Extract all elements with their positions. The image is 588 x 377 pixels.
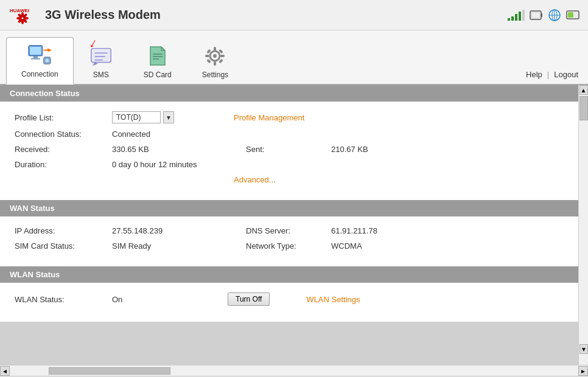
connection-status-value: Connected: [112, 130, 222, 139]
svg-marker-30: [92, 62, 98, 66]
svg-marker-23: [48, 48, 52, 52]
profile-list-label: Profile List:: [15, 113, 112, 122]
sent-value: 210.67 KB: [331, 145, 368, 154]
duration-label: Duration:: [15, 160, 112, 169]
tab-sd-card-label: SD Card: [144, 71, 172, 79]
turn-off-button[interactable]: Turn Off: [228, 292, 270, 306]
content-area: Connection Status Profile List: TOT(D) ▼…: [0, 85, 578, 365]
wlan-status-row: WLAN Status: On Turn Off WLAN Settings: [15, 292, 564, 306]
wlan-status-header: WLAN Status: [0, 266, 578, 283]
svg-rect-37: [214, 61, 216, 66]
h-scroll-thumb[interactable]: [49, 367, 170, 375]
profile-dropdown-container: TOT(D) ▼: [112, 111, 222, 123]
svg-point-25: [46, 58, 49, 62]
svg-rect-21: [33, 55, 38, 58]
dropdown-arrow-icon[interactable]: ▼: [163, 111, 174, 123]
wlan-status-label: WLAN Status:: [15, 295, 112, 304]
scroll-left-button[interactable]: ◄: [0, 366, 10, 376]
profile-dropdown[interactable]: TOT(D) ▼: [112, 111, 222, 123]
nav-right: Help | Logout: [526, 70, 588, 84]
sms-tab-icon: [89, 44, 113, 68]
sent-label: Sent:: [246, 145, 331, 154]
profile-list-row: Profile List: TOT(D) ▼ Profile Managemen…: [15, 111, 564, 123]
tab-sms-label: SMS: [93, 71, 109, 79]
scroll-up-button[interactable]: ▲: [579, 85, 588, 95]
vertical-scrollbar[interactable]: ▲ ▼: [578, 85, 588, 365]
ip-address-label: IP Address:: [15, 226, 112, 235]
logout-link[interactable]: Logout: [554, 70, 578, 79]
duration-value: 0 day 0 hour 12 minutes: [112, 160, 222, 169]
title-bar: HUAWEI 3G Wireless Modem: [0, 0, 588, 30]
wlan-status-body: WLAN Status: On Turn Off WLAN Settings: [0, 283, 578, 322]
tab-connection-label: Connection: [21, 70, 58, 78]
profile-management-link[interactable]: Profile Management: [234, 113, 304, 122]
ip-address-value: 27.55.148.239: [112, 226, 222, 235]
tab-settings-label: Settings: [202, 71, 228, 79]
connection-status-label: Connection Status:: [15, 130, 112, 139]
scroll-down-button[interactable]: ▼: [579, 344, 588, 354]
tab-sms[interactable]: SMS: [74, 37, 128, 85]
wan-status-header: WAN Status: [0, 200, 578, 216]
sim-card-value: SIM Ready: [112, 241, 222, 251]
svg-rect-36: [214, 47, 216, 51]
received-value: 330.65 KB: [112, 145, 222, 154]
duration-row: Duration: 0 day 0 hour 12 minutes: [15, 160, 564, 169]
huawei-logo: HUAWEI: [7, 4, 38, 26]
help-link[interactable]: Help: [526, 70, 542, 79]
tab-settings[interactable]: Settings: [187, 37, 243, 85]
wan-status-body: IP Address: 27.55.148.239 DNS Server: 61…: [0, 216, 578, 266]
svg-rect-38: [205, 55, 209, 57]
globe-icon: [548, 9, 561, 22]
signal-icon: [508, 10, 525, 21]
connection-status-header: Connection Status: [0, 85, 578, 102]
connection-status-row: Connection Status: Connected: [15, 130, 564, 139]
svg-rect-10: [531, 12, 540, 18]
wlan-settings-link[interactable]: WLAN Settings: [306, 295, 360, 304]
svg-rect-18: [575, 12, 578, 18]
scroll-thumb[interactable]: [579, 96, 588, 120]
sim-network-row: SIM Card Status: SIM Ready Network Type:…: [15, 241, 564, 251]
network-type-label: Network Type:: [246, 241, 331, 251]
dns-server-value: 61.91.211.78: [331, 226, 377, 235]
bottom-bar: ◄ ►: [0, 365, 588, 376]
nav-bar: ↓ Connection: [0, 30, 588, 85]
scroll-right-button[interactable]: ►: [578, 366, 588, 376]
svg-point-35: [213, 54, 217, 58]
settings-tab-icon: [203, 44, 227, 68]
svg-rect-39: [220, 55, 225, 57]
connection-status-body: Profile List: TOT(D) ▼ Profile Managemen…: [0, 102, 578, 200]
horizontal-scrollbar[interactable]: [10, 366, 578, 376]
received-label: Received:: [15, 145, 112, 154]
svg-rect-22: [31, 58, 40, 59]
svg-rect-17: [568, 12, 573, 18]
network-type-value: WCDMA: [331, 241, 362, 251]
nav-divider: |: [547, 70, 549, 79]
ip-dns-row: IP Address: 27.55.148.239 DNS Server: 61…: [15, 226, 564, 235]
status-icons: [508, 9, 581, 22]
advanced-link[interactable]: Advanced...: [234, 175, 276, 184]
device-icon: [530, 10, 543, 21]
profile-select-value: TOT(D): [112, 111, 161, 123]
sim-card-label: SIM Card Status:: [15, 241, 112, 251]
svg-rect-11: [541, 13, 542, 17]
wlan-status-value: On: [112, 295, 222, 304]
power-icon: [566, 10, 581, 21]
advanced-row: Advanced...: [15, 175, 564, 184]
svg-rect-20: [30, 46, 41, 54]
tab-connection[interactable]: Connection: [6, 37, 74, 85]
dns-server-label: DNS Server:: [246, 226, 331, 235]
connection-tab-icon: [27, 43, 52, 67]
main-scroll-container: Connection Status Profile List: TOT(D) ▼…: [0, 85, 588, 365]
sd-card-tab-icon: [145, 44, 170, 68]
svg-text:HUAWEI: HUAWEI: [10, 8, 29, 13]
tab-sd-card[interactable]: SD Card: [128, 37, 187, 85]
received-sent-row: Received: 330.65 KB Sent: 210.67 KB: [15, 145, 564, 154]
app-title: 3G Wireless Modem: [45, 8, 508, 22]
